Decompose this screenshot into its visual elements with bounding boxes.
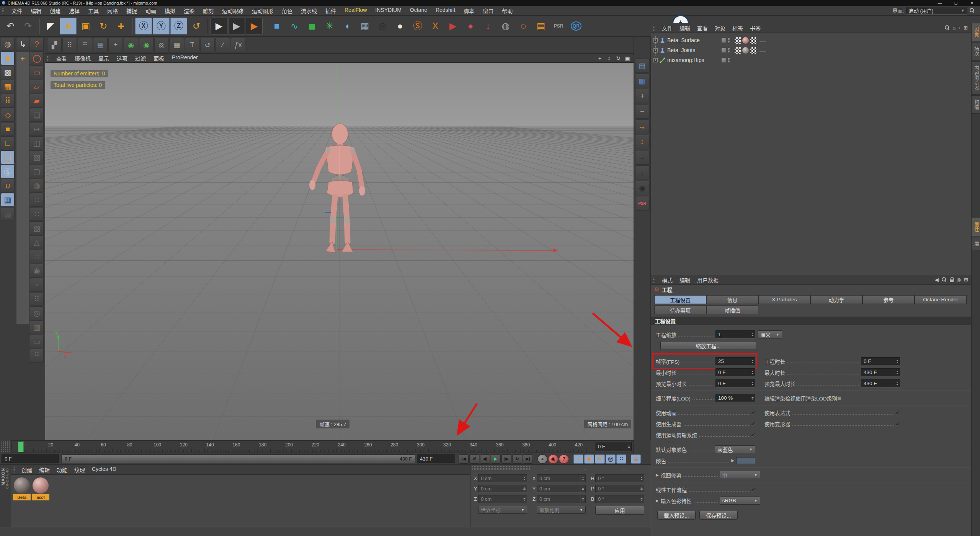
add-camera-button[interactable]: ◎ [374, 18, 391, 34]
add-mograph-button[interactable]: ✳ [321, 18, 338, 34]
menu-窗口[interactable]: 窗口 [479, 7, 498, 15]
side-tab-构造[interactable]: 构造 [972, 95, 980, 114]
spinner-icon[interactable] [639, 485, 644, 492]
home-icon[interactable]: ⌂ [953, 25, 956, 31]
coord-field[interactable]: 0 cm [537, 495, 586, 503]
tweak-mode-button[interactable]: ▢ [1, 150, 15, 164]
edges-mode-button[interactable]: ◇ [1, 108, 15, 122]
viewport-3d[interactable]: Number of emitters: 0 Total live particl… [45, 63, 634, 440]
material-menu-Cycles 4D[interactable]: Cycles 4D [88, 466, 120, 474]
current-frame-field[interactable]: 0 F [2, 454, 59, 463]
snap-vertex-button[interactable]: ⠛ [78, 38, 92, 52]
side-tab-层[interactable]: 层 [972, 237, 980, 250]
move-tool-button[interactable]: + [60, 18, 77, 34]
texture-tag-icon[interactable] [735, 37, 741, 44]
inactive-tool-button[interactable]: ▢ [30, 165, 44, 178]
viewport-menu-ProRender[interactable]: ProRender [168, 54, 202, 62]
axis-mode-button[interactable]: ∟ [1, 136, 15, 150]
preset-button[interactable]: 载入预设... [657, 511, 696, 520]
checker-tag-icon[interactable] [750, 47, 756, 54]
expander-icon[interactable]: ▶ [731, 458, 734, 462]
shift-keys-horizontal-button[interactable]: ↔ [635, 119, 650, 134]
material-menu-编辑[interactable]: 编辑 [36, 466, 53, 474]
checkbox-checked[interactable]: ✔ [751, 421, 755, 427]
psr-keying-button[interactable]: PSR [635, 196, 650, 211]
viewport-menu-选项[interactable]: 选项 [113, 54, 131, 62]
next-frame-button[interactable]: |▶ [501, 454, 511, 464]
workplane-mode-button[interactable]: ▦ [1, 80, 15, 93]
play-forward-button[interactable]: ▶ [491, 454, 501, 464]
menu-Octane[interactable]: Octane [406, 7, 431, 15]
menu-模拟[interactable]: 模拟 [160, 7, 180, 15]
material-name[interactable]: asdf [32, 494, 49, 500]
workplane-toggle-button[interactable]: ▞ [47, 38, 62, 52]
search-icon[interactable] [970, 8, 975, 13]
tab-帧插值[interactable]: 帧插值 [706, 306, 758, 314]
spinner-icon[interactable] [895, 358, 900, 365]
add-subdivision-surface-button[interactable]: ◼ [304, 18, 320, 34]
menu-INSYDIUM[interactable]: INSYDIUM [371, 7, 405, 15]
inactive-tool-button[interactable]: ▧ [30, 221, 44, 235]
pan-view-icon[interactable]: + [595, 55, 604, 61]
menu-插件[interactable]: 插件 [321, 7, 340, 15]
last-used-tool-button[interactable]: + [113, 18, 129, 34]
inactive-tool-button[interactable]: ∷ [30, 250, 44, 263]
workplane-helper-button[interactable]: ↳ [16, 37, 30, 51]
add-spline-pen-button[interactable]: ∿ [286, 18, 303, 34]
motion-system-button[interactable]: ▤ [631, 454, 641, 464]
checkbox-checked[interactable]: ✔ [751, 432, 755, 438]
frame-spinner[interactable]: 0 F [595, 442, 632, 451]
spinner-icon[interactable] [895, 369, 900, 376]
visibility-dot-icon[interactable] [728, 58, 730, 60]
coord-field[interactable]: 0 cm [537, 474, 586, 482]
spinner-icon[interactable] [895, 380, 900, 387]
render-dot-icon[interactable] [728, 41, 730, 42]
object-menu-文件[interactable]: 文件 [658, 24, 676, 32]
remove-keyframe-button[interactable]: − [635, 104, 650, 119]
viewport-menu-显示[interactable]: 显示 [95, 54, 113, 62]
tab-待办事项[interactable]: 待办事项 [654, 306, 706, 314]
key-rotation-button[interactable]: ↻ [595, 454, 605, 464]
coord-field[interactable]: 0 cm [478, 474, 527, 482]
viewport-menu-查看[interactable]: 查看 [52, 54, 71, 62]
add-primitive-cube-button[interactable]: ■ [268, 18, 285, 34]
record-active-objects-button[interactable]: ◉ [635, 181, 650, 195]
checkbox-checked[interactable]: ✔ [751, 410, 755, 416]
magnet-tool-button[interactable]: ∪ [1, 179, 15, 193]
inactive-tool-button[interactable]: ∷ [30, 207, 44, 221]
viewport-menu-面板[interactable]: 面板 [150, 54, 168, 62]
snap-mode-button[interactable]: Ⓢ [1, 165, 15, 178]
value-field[interactable]: 25 [715, 357, 755, 365]
checkbox-checked[interactable]: ✔ [895, 410, 900, 416]
tab-动力学[interactable]: 动力学 [810, 295, 862, 304]
add-keyframe-button[interactable]: + [635, 89, 650, 103]
selection-cursor-button[interactable]: ◤ [42, 18, 59, 34]
psr-transfer-button[interactable]: PSR [550, 18, 567, 34]
menu-动画[interactable]: 动画 [141, 7, 160, 15]
undo-button[interactable]: ↶ [2, 18, 19, 34]
lock-z-axis-button[interactable]: Ⓩ [170, 18, 187, 34]
material-menu-功能[interactable]: 功能 [53, 466, 71, 474]
side-tab-场次[interactable]: 场次 [972, 42, 980, 60]
live-selection-button[interactable]: ◯ [30, 51, 44, 65]
spinner-icon[interactable] [750, 369, 755, 376]
tab-X-Particles[interactable]: X-Particles [758, 295, 810, 304]
material-name[interactable]: Beta [13, 494, 31, 500]
timeline-window-button[interactable]: ▤ [635, 58, 650, 73]
close-button[interactable]: × [964, 1, 980, 5]
menu-捕捉[interactable]: 捕捉 [122, 7, 141, 15]
snap-axis-button[interactable]: ◎ [154, 38, 169, 52]
object-menu-书签[interactable]: 书签 [746, 24, 764, 32]
spinner-icon[interactable] [639, 475, 644, 482]
history-back-icon[interactable]: ◀ [935, 277, 939, 283]
brush-tool-button[interactable]: ∕ [216, 38, 230, 52]
spinner-icon[interactable] [750, 394, 755, 402]
visibility-toggles[interactable] [722, 38, 730, 43]
viewport-menu-摄像机[interactable]: 摄像机 [71, 54, 95, 62]
attribute-menu-用户数据[interactable]: 用户数据 [694, 276, 722, 284]
add-light-button[interactable]: ● [392, 18, 408, 34]
drop-to-floor-button[interactable]: ↓ [480, 18, 497, 34]
lock-icon[interactable] [950, 277, 954, 282]
value-field[interactable]: 0 F [861, 357, 900, 365]
drag-handle-icon[interactable] [653, 25, 656, 31]
